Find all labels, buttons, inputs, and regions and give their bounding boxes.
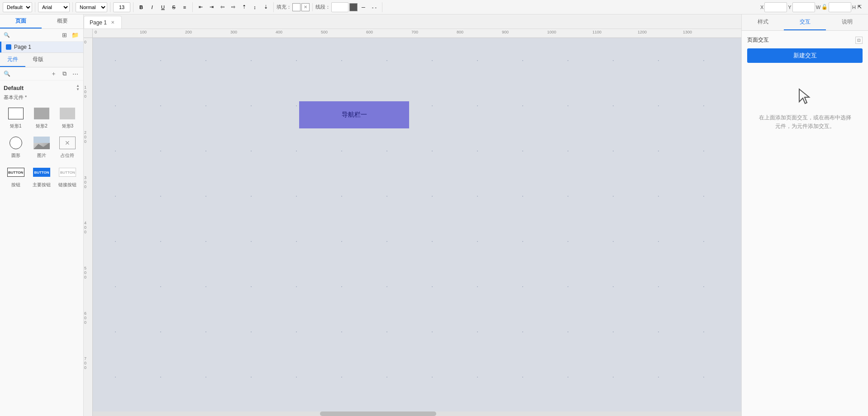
align-middle-button[interactable]: ↕ — [250, 2, 260, 12]
canvas-tab-close[interactable]: ✕ — [110, 19, 116, 26]
tab-style[interactable]: 样式 — [742, 14, 784, 30]
nav-element-text: 导航栏一 — [342, 111, 367, 119]
cursor-icon — [794, 85, 816, 108]
comp-rect3-label: 矩形3 — [62, 123, 74, 129]
comp-placeholder[interactable]: 占位符 — [56, 133, 80, 161]
tab-masters[interactable]: 母版 — [25, 53, 51, 67]
lock-icon[interactable]: 🔓 — [821, 4, 828, 10]
align-right-button[interactable]: ⇦ — [217, 2, 227, 12]
comp-primary-btn[interactable]: BUTTON 主要按钮 — [29, 162, 53, 190]
fill-toggle[interactable]: ✕ — [301, 3, 310, 11]
page-interaction-header: 页面交互 ⊡ — [747, 36, 863, 44]
stroke-group: 线段： ─ - - — [315, 2, 382, 12]
components-panel: 元件 母版 🔍 ＋ ⧉ ⋯ Default ▲▼ 基本元件 * — [0, 52, 83, 416]
page-search[interactable]: 🔍 — [4, 32, 10, 38]
tab-overview[interactable]: 概要 — [42, 14, 83, 28]
stroke-style1[interactable]: ─ — [358, 2, 368, 12]
align-bottom-button[interactable]: ⇣ — [261, 2, 271, 12]
comp-rect1[interactable]: 矩形1 — [4, 104, 28, 131]
comp-outline-btn-label: 链接按钮 — [58, 182, 76, 188]
ruler-vertical: 0 100 200 300 400 500 600 700 — [84, 38, 93, 416]
preset-select[interactable]: Default — [3, 2, 32, 12]
nav-element[interactable]: 导航栏一 — [299, 101, 409, 128]
align-top-button[interactable]: ⇡ — [239, 2, 249, 12]
font-size-input[interactable] — [113, 2, 130, 12]
comp-outline-btn[interactable]: BUTTON 链接按钮 — [56, 162, 80, 190]
default-group-label: Default — [4, 85, 24, 91]
align-left-button[interactable]: ⇤ — [196, 2, 205, 12]
expand-pages-button[interactable]: ⊞ — [60, 31, 69, 40]
stroke-style2[interactable]: - - — [369, 2, 379, 12]
x-input[interactable] — [764, 2, 787, 12]
tab-interaction[interactable]: 交互 — [784, 14, 826, 30]
canvas-viewport[interactable]: 导航栏一 — [93, 38, 741, 416]
add-component-button[interactable]: ＋ — [49, 69, 58, 78]
search-icon: 🔍 — [4, 32, 10, 38]
w-label: W — [816, 5, 820, 10]
sort-arrows[interactable]: ▲▼ — [76, 84, 80, 91]
comp-rect1-label: 矩形1 — [10, 123, 22, 129]
canvas-area: Page 1 ✕ 0 100 200 300 400 500 600 700 8… — [84, 14, 741, 416]
tab-bar: Page 1 ✕ — [84, 14, 741, 29]
ruler-canvas-wrapper: 0 100 200 300 400 500 600 700 800 900 10… — [84, 29, 741, 416]
primary-btn-preview: BUTTON — [32, 164, 52, 180]
rect1-preview — [6, 105, 26, 122]
format-group: B I U S ≡ — [136, 2, 193, 12]
rect3-preview — [57, 105, 77, 122]
canvas-tab-page1[interactable]: Page 1 ✕ — [84, 16, 122, 28]
align-justify-button[interactable]: ⇨ — [228, 2, 238, 12]
h-scrollbar-thumb[interactable] — [320, 411, 437, 416]
components-grid: 矩形1 矩形2 矩形3 — [4, 104, 80, 190]
page-interaction-expand[interactable]: ⊡ — [855, 37, 863, 44]
placeholder-preview — [57, 135, 77, 151]
main-area: 页面 概要 🔍 ⊞ 📁 Page 1 元件 母版 — [0, 14, 868, 416]
tab-page[interactable]: 页面 — [0, 14, 42, 28]
size-group — [113, 2, 134, 12]
comp-button[interactable]: BUTTON 按钮 — [4, 162, 28, 190]
h-scrollbar[interactable] — [93, 411, 741, 416]
fill-color-box[interactable] — [292, 3, 300, 11]
coords-group: X Y W 🔓 H ⇱ — [760, 2, 864, 12]
new-interaction-button[interactable]: 新建交互 — [747, 48, 863, 63]
expand-icon[interactable]: ⇱ — [858, 4, 862, 10]
comp-circle[interactable]: 圆形 — [4, 133, 28, 161]
strikethrough-button[interactable]: S — [169, 2, 179, 12]
comp-rect3[interactable]: 矩形3 — [56, 104, 80, 131]
page-item-1[interactable]: Page 1 — [0, 42, 83, 52]
tab-description[interactable]: 说明 — [826, 14, 868, 30]
right-panel-content: 页面交互 ⊡ 新建交互 在上面添加页面交互，或在画布中选择元件，为元件添加交互。 — [742, 31, 868, 416]
comp-image[interactable]: 图片 — [29, 133, 53, 161]
comp-placeholder-label: 占位符 — [61, 152, 74, 159]
bold-button[interactable]: B — [136, 2, 146, 12]
x-label: X — [760, 5, 763, 10]
align-group: ⇤ ⇥ ⇦ ⇨ ⇡ ↕ ⇣ — [196, 2, 274, 12]
font-select[interactable]: Arial — [38, 2, 70, 12]
preset-group: Default — [3, 2, 35, 12]
fill-group: 填充： ✕ — [277, 3, 313, 11]
components-toolbar: 🔍 ＋ ⧉ ⋯ — [0, 67, 83, 80]
comp-rect2[interactable]: 矩形2 — [29, 104, 53, 131]
add-folder-button[interactable]: 📁 — [71, 31, 80, 40]
stroke-color-box[interactable] — [349, 3, 358, 11]
align-center-button[interactable]: ⇥ — [206, 2, 216, 12]
ruler-horizontal: 0 100 200 300 400 500 600 700 800 900 10… — [93, 29, 741, 38]
empty-interaction-area: 在上面添加页面交互，或在画布中选择元件，为元件添加交互。 — [747, 76, 863, 140]
h-input[interactable] — [829, 2, 851, 12]
y-input[interactable] — [792, 2, 815, 12]
italic-button[interactable]: I — [147, 2, 157, 12]
stroke-input[interactable] — [331, 2, 348, 12]
comp-search[interactable]: 🔍 — [4, 71, 47, 77]
list-button[interactable]: ≡ — [180, 2, 190, 12]
font-group: Arial — [38, 2, 73, 12]
underline-button[interactable]: U — [158, 2, 168, 12]
components-tabs: 元件 母版 — [0, 53, 83, 67]
style-select[interactable]: Normal — [76, 2, 107, 12]
main-toolbar: Default Arial Normal B I U S ≡ ⇤ ⇥ ⇦ ⇨ ⇡… — [0, 0, 868, 14]
ruler-corner — [84, 29, 93, 38]
copy-component-button[interactable]: ⧉ — [60, 69, 69, 78]
page-interaction-label: 页面交互 — [747, 36, 769, 44]
tab-components[interactable]: 元件 — [0, 53, 25, 67]
button-preview: BUTTON — [6, 164, 26, 180]
y-label: Y — [788, 5, 791, 10]
more-component-button[interactable]: ⋯ — [71, 69, 80, 78]
